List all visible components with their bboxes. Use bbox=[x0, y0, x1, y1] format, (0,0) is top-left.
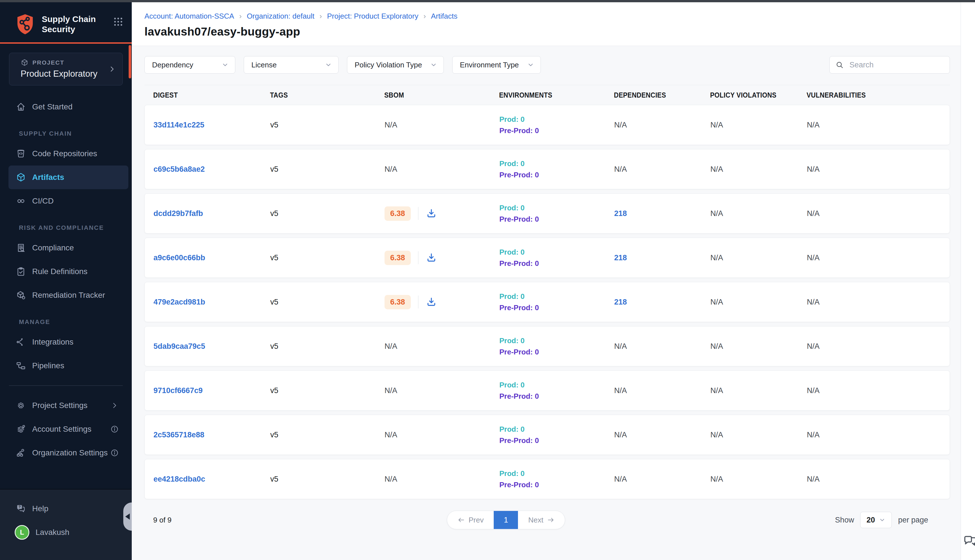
sidebar-item-account-settings[interactable]: Account Settings bbox=[0, 417, 129, 441]
digest-cell: 9710cf6667c9 bbox=[154, 386, 270, 395]
app-grid-icon[interactable] bbox=[113, 16, 124, 27]
env-preprod-count[interactable]: Pre-Prod: 0 bbox=[499, 392, 614, 401]
env-prod-count[interactable]: Prod: 0 bbox=[499, 337, 614, 345]
dependencies-value[interactable]: 218 bbox=[614, 209, 627, 218]
env-preprod-count[interactable]: Pre-Prod: 0 bbox=[499, 215, 614, 223]
cube-icon bbox=[16, 172, 26, 182]
sidebar-item-remediation-tracker[interactable]: Remediation Tracker bbox=[0, 283, 129, 307]
user-profile[interactable]: L Lavakush bbox=[0, 520, 132, 544]
filter-dropdown-license[interactable]: License bbox=[244, 56, 339, 73]
sbom-cell: N/A bbox=[384, 475, 499, 483]
sidebar-footer: ? Help L Lavakush bbox=[0, 489, 132, 560]
env-prod-count[interactable]: Prod: 0 bbox=[499, 203, 614, 212]
pipeline-icon bbox=[16, 361, 26, 371]
digest-link[interactable]: 33d114e1c225 bbox=[154, 121, 204, 129]
sidebar-item-organization-settings[interactable]: Organization Settings bbox=[0, 441, 129, 465]
column-header-policy-violations: POLICY VIOLATIONS bbox=[710, 91, 799, 99]
column-header-dependencies: DEPENDENCIES bbox=[614, 91, 703, 99]
sidebar-collapse-toggle[interactable] bbox=[123, 502, 132, 531]
digest-link[interactable]: a9c6e00c66bb bbox=[154, 253, 205, 262]
dependencies-value[interactable]: 218 bbox=[614, 253, 627, 262]
tag-cell: v5 bbox=[270, 209, 384, 218]
layers-gear-icon bbox=[16, 424, 26, 434]
env-prod-count[interactable]: Prod: 0 bbox=[499, 115, 614, 124]
search-input[interactable] bbox=[849, 60, 944, 70]
digest-cell: 33d114e1c225 bbox=[154, 121, 270, 130]
env-preprod-count[interactable]: Pre-Prod: 0 bbox=[499, 259, 614, 268]
breadcrumb-link-project-product-exploratory[interactable]: Project: Product Exploratory bbox=[327, 12, 418, 21]
digest-cell: c69c5b6a8ae2 bbox=[154, 165, 270, 174]
sidebar-item-artifacts[interactable]: Artifacts bbox=[8, 165, 129, 189]
table-row: 5dab9caa79c5v5N/AProd: 0Pre-Prod: 0N/AN/… bbox=[144, 326, 950, 366]
sidebar-item-code-repositories[interactable]: Code Repositories bbox=[0, 142, 129, 165]
env-prod-count[interactable]: Prod: 0 bbox=[499, 381, 614, 389]
content-area: DependencyLicensePolicy Violation TypeEn… bbox=[132, 56, 950, 529]
breadcrumb-link-organization-default[interactable]: Organization: default bbox=[247, 12, 315, 21]
digest-link[interactable]: 9710cf6667c9 bbox=[154, 386, 202, 395]
breadcrumb-separator: › bbox=[239, 12, 242, 21]
sidebar-item-help[interactable]: ? Help bbox=[0, 497, 129, 520]
column-header-vulnerabilities: VULNERABILITIES bbox=[806, 91, 938, 99]
next-page-button[interactable]: Next bbox=[518, 511, 564, 529]
sidebar-item-ci-cd[interactable]: CI/CD bbox=[0, 189, 129, 213]
sbom-cell: 6.38 bbox=[384, 295, 499, 309]
digest-link[interactable]: dcdd29b7fafb bbox=[154, 209, 203, 218]
digest-link[interactable]: 479e2acd981b bbox=[154, 298, 205, 306]
page-size-select[interactable]: 20 bbox=[860, 512, 892, 528]
breadcrumb-link-artifacts[interactable]: Artifacts bbox=[431, 12, 457, 21]
sbom-na: N/A bbox=[384, 121, 397, 130]
window-top-strip bbox=[0, 0, 975, 2]
page-1-button[interactable]: 1 bbox=[494, 511, 518, 529]
env-prod-count[interactable]: Prod: 0 bbox=[499, 425, 614, 434]
filter-dropdown-policy-violation-type[interactable]: Policy Violation Type bbox=[347, 56, 444, 73]
env-prod-count[interactable]: Prod: 0 bbox=[499, 292, 614, 301]
env-preprod-count[interactable]: Pre-Prod: 0 bbox=[499, 171, 614, 179]
digest-link[interactable]: ee4218cdba0c bbox=[154, 475, 205, 483]
env-preprod-count[interactable]: Pre-Prod: 0 bbox=[499, 348, 614, 357]
sidebar-item-rule-definitions[interactable]: Rule Definitions bbox=[0, 260, 129, 283]
digest-cell: 479e2acd981b bbox=[154, 298, 270, 307]
digest-link[interactable]: 2c5365718e88 bbox=[154, 430, 204, 439]
environments-cell: Prod: 0Pre-Prod: 0 bbox=[499, 292, 614, 312]
env-preprod-count[interactable]: Pre-Prod: 0 bbox=[499, 303, 614, 312]
dependencies-cell: N/A bbox=[614, 430, 710, 439]
sidebar-item-project-settings[interactable]: Project Settings bbox=[0, 393, 129, 417]
nav-section-heading-supply-chain: SUPPLY CHAIN bbox=[19, 130, 132, 137]
table-row: a9c6e00c66bbv56.38Prod: 0Pre-Prod: 0218N… bbox=[144, 238, 950, 278]
env-preprod-count[interactable]: Pre-Prod: 0 bbox=[499, 480, 614, 489]
sbom-download-button[interactable] bbox=[426, 297, 437, 308]
sidebar-item-integrations[interactable]: Integrations bbox=[0, 330, 129, 354]
environments-cell: Prod: 0Pre-Prod: 0 bbox=[499, 115, 614, 135]
chat-support-icon[interactable] bbox=[963, 534, 975, 549]
project-selector[interactable]: PROJECT Product Exploratory bbox=[9, 53, 123, 85]
sidebar-item-get-started[interactable]: Get Started bbox=[0, 95, 129, 119]
env-preprod-count[interactable]: Pre-Prod: 0 bbox=[499, 436, 614, 445]
table-row: c69c5b6a8ae2v5N/AProd: 0Pre-Prod: 0N/AN/… bbox=[144, 149, 950, 189]
sidebar-item-compliance[interactable]: Compliance bbox=[0, 236, 129, 260]
prev-page-button[interactable]: Prev bbox=[447, 511, 494, 529]
info-icon bbox=[110, 425, 119, 433]
tag-cell: v5 bbox=[270, 298, 384, 307]
sbom-download-button[interactable] bbox=[426, 208, 437, 219]
doc-search-icon bbox=[16, 243, 26, 253]
digest-cell: dcdd29b7fafb bbox=[154, 209, 270, 218]
breadcrumb-link-account-automation-ssca[interactable]: Account: Automation-SSCA bbox=[144, 12, 234, 21]
sbom-download-button[interactable] bbox=[426, 252, 437, 263]
digest-link[interactable]: 5dab9caa79c5 bbox=[154, 342, 205, 350]
sidebar-scrollbar-thumb[interactable] bbox=[129, 45, 131, 78]
nav-section-heading-risk-and-compliance: RISK AND COMPLIANCE bbox=[19, 224, 132, 232]
arrow-left-icon bbox=[457, 516, 465, 524]
digest-link[interactable]: c69c5b6a8ae2 bbox=[154, 165, 205, 173]
sidebar-item-pipelines[interactable]: Pipelines bbox=[0, 354, 129, 378]
env-prod-count[interactable]: Prod: 0 bbox=[499, 248, 614, 257]
env-prod-count[interactable]: Prod: 0 bbox=[499, 469, 614, 478]
filter-dropdown-dependency[interactable]: Dependency bbox=[144, 56, 235, 73]
chevron-down-icon bbox=[527, 61, 534, 68]
dependencies-value[interactable]: 218 bbox=[614, 298, 627, 306]
accent-divider bbox=[0, 42, 132, 44]
env-prod-count[interactable]: Prod: 0 bbox=[499, 159, 614, 168]
chevron-down-icon bbox=[222, 61, 229, 68]
filter-dropdown-environment-type[interactable]: Environment Type bbox=[452, 56, 541, 73]
org-gear-icon bbox=[16, 448, 26, 458]
env-preprod-count[interactable]: Pre-Prod: 0 bbox=[499, 126, 614, 135]
